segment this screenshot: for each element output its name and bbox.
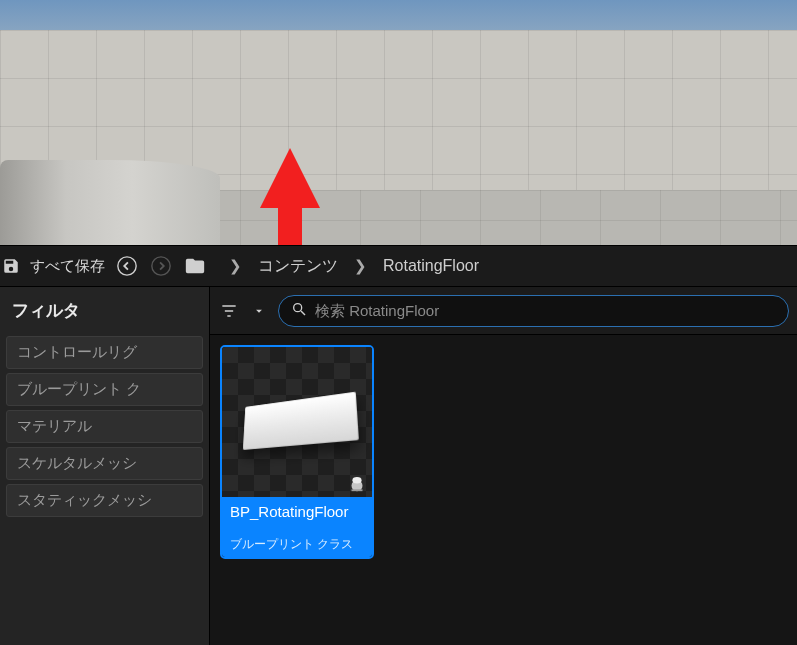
content-area: BP_RotatingFloor ブループリント クラス [210,287,797,645]
asset-label-bar: BP_RotatingFloor ブループリント クラス [222,497,372,557]
svg-line-4 [301,311,305,315]
search-box[interactable] [278,295,789,327]
content-browser-toolbar: すべて保存 ❯ コンテンツ ❯ RotatingFloor [0,246,797,286]
settings-filter-icon[interactable] [218,300,240,322]
svg-point-6 [352,477,361,483]
filter-sidebar-header: フィルタ [6,295,203,332]
folder-icon[interactable] [183,254,207,278]
nav-back-button[interactable] [115,254,139,278]
asset-name: BP_RotatingFloor [230,503,364,520]
viewport-cylinder [0,160,220,245]
chevron-right-icon: ❯ [229,257,242,275]
asset-mesh-preview [243,392,359,450]
filter-sidebar: フィルタ コントロールリグ ブループリント ク マテリアル スケルタルメッシ ス… [0,287,210,645]
breadcrumb: ❯ コンテンツ ❯ RotatingFloor [229,256,479,277]
asset-grid: BP_RotatingFloor ブループリント クラス [210,335,797,645]
chevron-down-icon[interactable] [248,300,270,322]
asset-thumbnail [222,347,372,497]
breadcrumb-item-rotatingfloor[interactable]: RotatingFloor [383,257,479,275]
asset-tile-bp-rotatingfloor[interactable]: BP_RotatingFloor ブループリント クラス [220,345,374,559]
asset-type-badge-icon [346,471,368,493]
viewport-3d[interactable] [0,0,797,245]
search-row [210,287,797,335]
search-input[interactable] [315,302,776,319]
filter-item-material[interactable]: マテリアル [6,410,203,443]
content-browser-panel: すべて保存 ❯ コンテンツ ❯ RotatingFloor フィルタ コントロー… [0,245,797,645]
save-all-label[interactable]: すべて保存 [30,257,105,276]
filter-item-skeletal-mesh[interactable]: スケルタルメッシ [6,447,203,480]
breadcrumb-item-content[interactable]: コンテンツ [258,256,338,277]
asset-type-label: ブループリント クラス [230,536,364,553]
svg-rect-7 [352,489,363,491]
nav-forward-button [149,254,173,278]
filter-item-blueprint-class[interactable]: ブループリント ク [6,373,203,406]
save-all-icon[interactable] [2,257,20,275]
svg-point-1 [118,257,136,275]
filter-item-control-rig[interactable]: コントロールリグ [6,336,203,369]
svg-point-2 [152,257,170,275]
search-icon [291,301,307,321]
filter-item-static-mesh[interactable]: スタティックメッシ [6,484,203,517]
content-browser-main: フィルタ コントロールリグ ブループリント ク マテリアル スケルタルメッシ ス… [0,286,797,645]
svg-point-3 [294,303,302,311]
chevron-right-icon: ❯ [354,257,367,275]
